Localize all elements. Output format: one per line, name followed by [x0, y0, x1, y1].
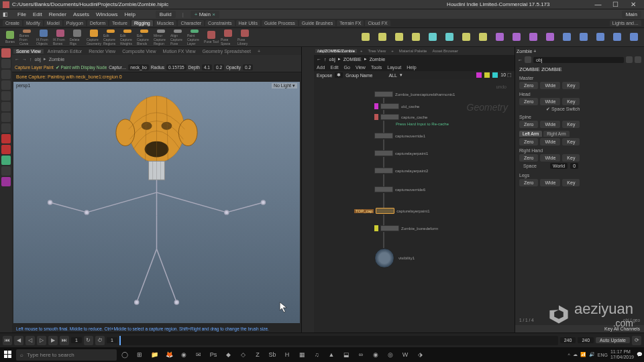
space-num[interactable]: 0	[570, 163, 578, 169]
net-menu-edit[interactable]: Edit	[330, 65, 338, 70]
radius-field[interactable]: 0.15735	[166, 64, 186, 70]
frame-last[interactable]: 240	[578, 337, 594, 343]
nav-back-icon[interactable]: ←	[15, 57, 19, 62]
btn-zero[interactable]: Zero	[519, 121, 538, 128]
tool-align-pose[interactable]: Align Capture Pose	[170, 29, 185, 46]
menu-windows[interactable]: Windows	[96, 11, 117, 17]
tool-flipbook-icon[interactable]	[1, 145, 11, 154]
btn-wide[interactable]: Wide	[540, 138, 560, 145]
app-unity-icon[interactable]: ◇	[236, 349, 250, 361]
menu-render[interactable]: Render	[49, 11, 66, 17]
tool-bones[interactable]: Bones	[3, 29, 17, 46]
param-path[interactable]: obj	[533, 57, 624, 63]
net-tab-path[interactable]: /obj/ZOMBIE/Zombie	[315, 49, 357, 53]
filter-swatch[interactable]	[476, 72, 482, 78]
space-switch-check[interactable]: ✔ Space Switch	[546, 107, 640, 112]
app-explorer-icon[interactable]: 📁	[148, 349, 161, 361]
tool-mirror-region[interactable]: Mirror Capture Region	[154, 29, 168, 46]
shelf-tab-character[interactable]: Character	[178, 20, 204, 26]
node-override1[interactable]: captureoverride1	[374, 133, 425, 139]
tab-add[interactable]: +	[255, 49, 263, 54]
node-bonedeform[interactable]: Zombie_bonedeform	[374, 225, 438, 231]
tab-composite[interactable]: Composite View	[119, 49, 158, 54]
tab-scene-view[interactable]: Scene View	[13, 49, 44, 54]
path-obj[interactable]: obj	[35, 57, 41, 62]
app-icon[interactable]: ▦	[295, 349, 309, 361]
shelf-tab-hair[interactable]: Hair Utils	[236, 20, 260, 26]
shelf-tab-guideprocess[interactable]: Guide Process	[262, 20, 298, 26]
tool-pose-icon[interactable]	[1, 91, 11, 101]
btn-zero[interactable]: Zero	[519, 98, 538, 105]
net-tab-asset[interactable]: Asset Browser	[430, 49, 460, 53]
main-pane[interactable]: + Main ×	[191, 11, 219, 18]
tool-pose-space[interactable]: Pose Space	[221, 29, 235, 46]
app-blender-icon[interactable]: ◆	[221, 349, 235, 361]
tool-distant-light[interactable]	[409, 29, 423, 46]
tool-move-icon[interactable]	[1, 59, 11, 68]
lighting-mode[interactable]: No Light ▾	[272, 83, 297, 88]
shelf-tab-lights[interactable]: Lights and…	[610, 20, 641, 26]
tray-cloud-icon[interactable]: ☁	[573, 352, 578, 357]
tray-up-icon[interactable]: ^	[568, 353, 570, 357]
cook-icon[interactable]: ⟳	[632, 336, 641, 345]
node-biharmonic[interactable]: Zombie_bonecapturebiharmonic1	[374, 91, 455, 97]
taskbar-search[interactable]: ⌕ Type here to search	[16, 349, 117, 361]
bone-field[interactable]: neck_bo	[128, 64, 149, 70]
tab-anim-editor[interactable]: Animation Editor	[45, 49, 85, 54]
btn-wide[interactable]: Wide	[540, 82, 560, 89]
shelf-tab-cloud[interactable]: Cloud FX	[365, 20, 390, 26]
tool-area-light[interactable]	[375, 29, 390, 46]
main-pane-right[interactable]: Main	[622, 11, 641, 18]
auto-update[interactable]: Auto Update	[596, 337, 630, 343]
shelf-tab-constraints[interactable]: Constraints	[205, 20, 234, 26]
app-obs-icon[interactable]: ◎	[384, 349, 397, 361]
tool-switcher[interactable]	[610, 29, 625, 46]
menu-assets[interactable]: Assets	[73, 11, 89, 17]
tool-inspect-icon[interactable]	[1, 156, 11, 165]
btn-key[interactable]: Key	[562, 138, 580, 145]
app-photoshop-icon[interactable]: Ps	[207, 349, 220, 361]
filter-swatch[interactable]	[492, 72, 498, 78]
filter-expose[interactable]: Expose	[317, 73, 332, 78]
tab-left-arm[interactable]: Left Arm	[519, 131, 542, 137]
btn-key[interactable]: Key	[562, 98, 580, 105]
node-capture-cache[interactable]: capture_cache	[374, 114, 427, 120]
shelf-tab-rigging[interactable]: Rigging	[131, 20, 153, 26]
nav-fwd-icon[interactable]: →	[22, 57, 27, 62]
tool-capture-geo[interactable]: Capture Geometry	[87, 29, 101, 46]
depth2-field[interactable]: 0.2	[214, 64, 224, 70]
desktop-selector[interactable]: Build	[156, 11, 176, 18]
tool-paint-layer[interactable]: Paint Capture Layer	[187, 29, 202, 46]
tray-date[interactable]: 17/04/2019	[610, 355, 634, 359]
net-tab-add[interactable]: +	[358, 49, 365, 53]
menu-file[interactable]: File	[17, 11, 26, 17]
app-icon[interactable]: ⬓	[339, 349, 353, 361]
app-substance-icon[interactable]: Sb	[266, 349, 279, 361]
tray-lang[interactable]: ENG	[598, 353, 608, 357]
tool-rotate-icon[interactable]	[1, 70, 11, 79]
filter-swatch[interactable]	[484, 72, 490, 78]
houdini-icon[interactable]: ◧	[3, 11, 8, 17]
btn-zero[interactable]: Zero	[519, 179, 538, 186]
tool-scale-icon[interactable]	[1, 80, 11, 90]
net-tab-add2[interactable]: +	[389, 49, 396, 53]
app-houdini-icon[interactable]: H	[280, 349, 294, 361]
filter-all[interactable]: ALL	[388, 73, 396, 78]
shelf-tab-modify[interactable]: Modify	[23, 20, 43, 26]
shelf-tab-terrain[interactable]: Terrain FX	[337, 20, 364, 26]
realtime-icon[interactable]: ⏱	[95, 336, 105, 345]
menu-edit[interactable]: Edit	[33, 11, 42, 17]
node-paint1[interactable]: capturelayerpaint1	[374, 150, 428, 156]
tray-notif-icon[interactable]: 💬	[637, 352, 643, 357]
tab-render-view[interactable]: Render View	[86, 49, 118, 54]
network-view[interactable]: Geometry undo Zombie_bonecapturebiharmon…	[314, 79, 515, 333]
app-vs-icon[interactable]: ∞	[354, 349, 368, 361]
nav-back-icon[interactable]: ←	[317, 57, 321, 62]
gear-icon[interactable]	[525, 56, 531, 63]
node-paint2[interactable]: capturelayerpaint2	[374, 168, 428, 174]
nav-up-icon[interactable]: ↑	[324, 57, 327, 62]
shelf-tab-texture[interactable]: Texture	[109, 20, 130, 26]
shelf-tab-model[interactable]: Model	[44, 20, 62, 26]
tool-view-icon[interactable]	[1, 123, 11, 133]
play-back-icon[interactable]: ◁	[25, 336, 35, 345]
